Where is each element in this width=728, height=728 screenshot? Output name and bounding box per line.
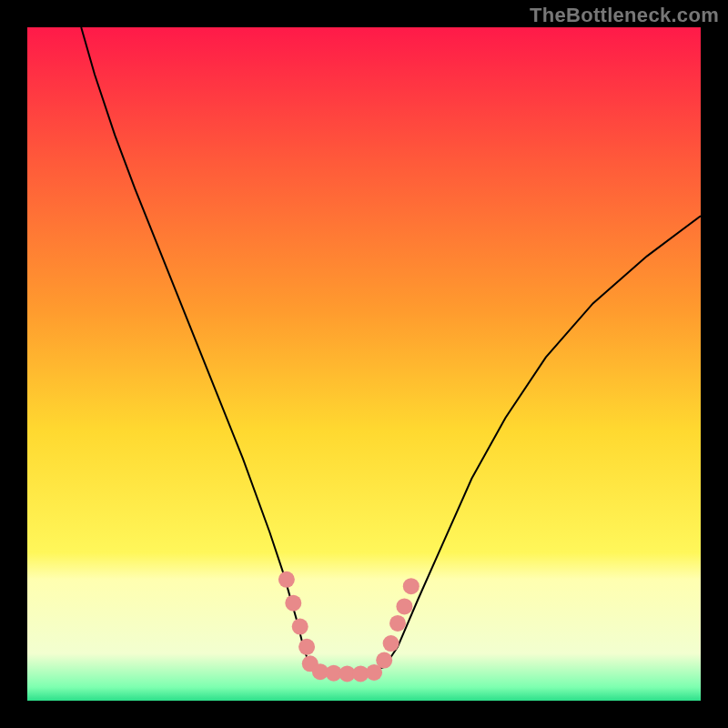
marker-point (376, 652, 392, 669)
marker-point (389, 615, 406, 632)
marker-point (396, 598, 412, 614)
svg-rect-2 (27, 27, 701, 701)
marker-point (292, 619, 308, 635)
marker-point (403, 578, 420, 594)
watermark-text: TheBottleneck.com (530, 4, 719, 27)
bottleneck-chart (0, 0, 728, 728)
marker-point (298, 639, 315, 655)
marker-point (278, 571, 295, 588)
marker-point (383, 635, 399, 652)
chart-stage: TheBottleneck.com (0, 0, 728, 728)
marker-point (285, 595, 301, 612)
